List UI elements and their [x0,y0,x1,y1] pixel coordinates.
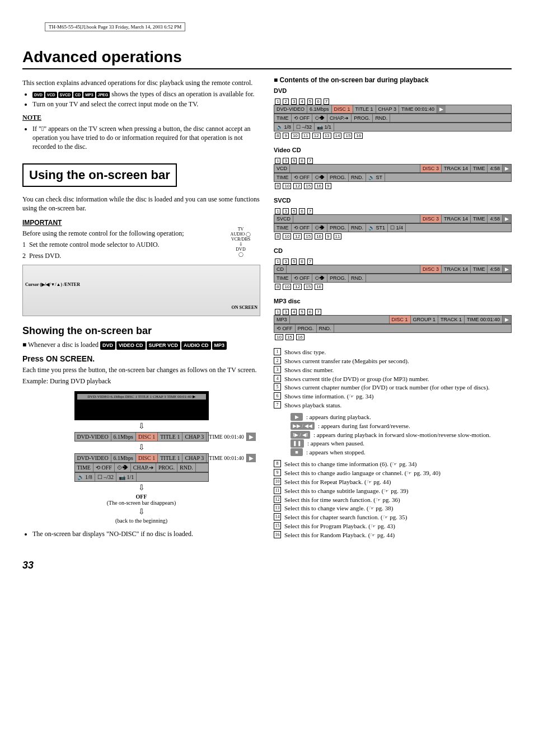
cd-osd-bar: 13567 CDDISC 3TRACK 14TIME4:58▶ TIME⟲ OF… [274,257,512,290]
page-number: 33 [22,560,512,571]
dvd-osd-bar: 1234567 DVD-VIDEO6.1MbpsDISC 1TITLE 1CHA… [274,97,512,139]
cd-label: CD [274,247,512,254]
intro-paragraph: This section explains advanced operation… [22,78,260,87]
whenever-loaded: ■ Whenever a disc is loaded DVD VIDEO CD… [22,340,260,350]
playback-status-icon: ■ [291,448,303,456]
vcd-osd-bar: 13567 VCDDISC 3TRACK 14TIME4:58▶ TIME⟲ O… [274,157,512,189]
press-on-screen: Press ON SCREEN. [22,354,260,363]
off-label: OFF [136,494,147,500]
intro-badges-text: shows the types of discs an operation is… [111,90,254,98]
onscreen-label: ON SCREEN [232,305,257,310]
title-rule [22,68,512,69]
page-title: Advanced operations [22,48,512,66]
dvd-label: DVD [274,87,512,94]
note-heading: NOTE [22,114,260,122]
vcd-label: Video CD [274,147,512,153]
intro-bullet-badges: DVDVCDSVCDCDMP3JPEG shows the types of d… [32,90,260,98]
down-arrow-icon: ⇩ [74,421,209,431]
mp3-label: MP3 disc [274,298,512,304]
off-sub: (The on-screen bar disappears) [74,500,209,506]
playback-status-icon: ▶ [291,413,303,421]
intro-bullet-tv: Turn on your TV and select the correct i… [32,100,260,109]
legend-list-2: 8Select this to change time information … [274,460,512,539]
mode-selector-diagram: TV AUDIO ◯ VCR/DBS ⇩ DVD ◯ [221,227,260,257]
example-label: Example: During DVD playback [22,377,260,386]
note-text: If "⃠" appears on the TV screen when pre… [32,124,260,152]
press-desc: Each time you press the button, the on-s… [22,365,260,374]
book-header-meta: TH-M65-55-45[J].book Page 33 Friday, Mar… [45,22,185,31]
svcd-osd-bar: 13567 SVCDDISC 3TRACK 14TIME4:58▶ TIME⟲ … [274,207,512,240]
back-label: (back to the beginning) [74,518,209,524]
playback-status-icon: I▶ / ◀I [291,431,310,439]
mp3-osd-bar: 134567 MP3DISC 1GROUP 1TRACK 1TIME 00:01… [274,308,512,340]
down-arrow-icon: ⇩ [74,507,209,516]
down-arrow-icon: ⇩ [74,443,209,452]
showing-heading: Showing the on-screen bar [22,325,260,337]
contents-heading: ■ Contents of the on-screen bar during p… [274,76,512,84]
section-box-using-osd: Using the on-screen bar [22,163,177,187]
cursor-label: Cursor (▶/◀/▼/▲) /ENTER [25,282,80,287]
no-disc-note: The on-screen bar displays "NO-DISC" if … [32,529,260,538]
disc-type-badges: DVDVCDSVCDCDMP3JPEG [32,92,110,98]
important-heading: IMPORTANT [22,219,260,227]
svcd-label: SVCD [274,197,512,204]
playback-status-icon: ❚❚ [291,439,304,447]
down-arrow-icon: ⇩ [74,483,209,492]
remote-diagram: Cursor (▶/◀/▼/▲) /ENTER ON SCREEN [22,265,260,316]
section1-p1: You can check disc information while the… [22,195,260,213]
example-sequence: DVD-VIDEO 6.1Mbps DISC 1 TITLE 1 CHAP 3 … [74,391,209,524]
playback-status-icon: ▶▶ / ◀◀ [291,422,315,430]
status-icon-list: ▶: appears during playback.▶▶ / ◀◀: appe… [274,413,512,457]
legend-list-1: 1Shows disc type.2Shows current transfer… [274,348,512,410]
